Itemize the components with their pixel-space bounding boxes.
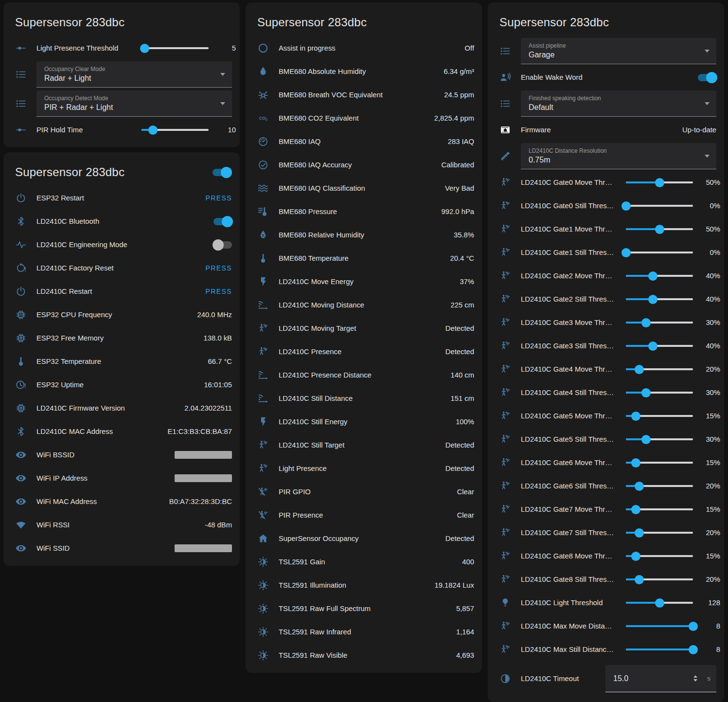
slider-value: 40% <box>693 295 720 303</box>
row-ld2410c-moving-distance: LD2410C Moving Distance225 cm <box>246 293 482 317</box>
select-assist-pipeline[interactable]: Assist pipelineGarage <box>521 38 716 64</box>
slider-value: 5 <box>209 44 236 52</box>
slider-ld2410c-gate4-still-thres[interactable] <box>626 392 693 394</box>
slider-knob[interactable] <box>635 575 644 584</box>
slider-knob[interactable] <box>631 505 640 514</box>
slider-ld2410c-gate8-still-thres[interactable] <box>626 578 693 580</box>
number-value: 15.0 <box>613 674 628 683</box>
row-value: Detected <box>445 441 474 449</box>
slider-ld2410c-max-move-dista[interactable] <box>626 625 693 627</box>
row-label: LD2410C Still Energy <box>279 418 456 426</box>
motion-sensor-icon <box>499 504 511 515</box>
slider-knob[interactable] <box>631 412 640 421</box>
row-pir-presence: PIR PresenceClear <box>246 504 482 527</box>
slider-knob[interactable] <box>621 201 631 211</box>
row-value: 225 cm <box>450 301 474 309</box>
motion-sensor-icon <box>499 363 511 375</box>
select-value: 0.75m <box>529 156 607 164</box>
slider-ld2410c-gate5-move-thr[interactable] <box>626 415 693 417</box>
row-ld2410c-mac-address: LD2410C MAC AddressE1:C3:B3:CB:BA:87 <box>3 420 240 443</box>
toggle-ld2410c-engineering-mode[interactable] <box>213 241 232 249</box>
slider-knob[interactable] <box>621 248 631 257</box>
signal-distance-icon <box>257 369 269 381</box>
motion-sensor-icon <box>499 340 511 352</box>
row-label: LD2410C MAC Address <box>36 428 168 435</box>
press-button[interactable]: PRESS <box>206 194 232 202</box>
row-ld2410c-gate5-move-thr: LD2410C Gate5 Move Thr…15% <box>488 404 724 428</box>
press-button[interactable]: PRESS <box>206 288 232 295</box>
row-value: Clear <box>457 488 474 496</box>
slider-pir-hold-time[interactable] <box>142 129 209 131</box>
slider-ld2410c-gate5-still-thres[interactable] <box>626 438 693 440</box>
row-label: ESP32 CPU Frequency <box>36 311 197 319</box>
slider-knob[interactable] <box>635 365 644 374</box>
slider-knob[interactable] <box>631 458 640 468</box>
slider-ld2410c-gate1-move-thr[interactable] <box>626 228 693 230</box>
slider-ld2410c-gate3-still-thres[interactable] <box>626 345 693 347</box>
motion-sensor-icon <box>499 480 511 492</box>
svg-text:CO: CO <box>259 116 266 121</box>
slider-ld2410c-gate2-move-thr[interactable] <box>626 275 693 277</box>
slider-knob[interactable] <box>655 178 664 187</box>
row-value: Off <box>465 44 474 52</box>
slider-knob[interactable] <box>148 126 158 135</box>
select-finished-speaking-detection[interactable]: Finished speaking detectionDefault <box>521 90 716 117</box>
slider-knob[interactable] <box>655 598 664 608</box>
slider-value: 30% <box>693 435 720 443</box>
toggle-enable-wake-word[interactable] <box>698 74 716 81</box>
slider-ld2410c-gate4-move-thr[interactable] <box>626 368 693 370</box>
slider-light-presence-threshold[interactable] <box>142 47 209 49</box>
slider-knob[interactable] <box>648 295 657 304</box>
firmware-chip-icon <box>499 124 511 136</box>
row-ld2410c-distance-resolution: LD2410C Distance Resolution0.75m <box>488 142 724 171</box>
slider-ld2410c-gate7-still-thres[interactable] <box>626 532 693 534</box>
slider-knob[interactable] <box>655 225 664 234</box>
slider-ld2410c-gate7-move-thr[interactable] <box>626 508 693 510</box>
slider-ld2410c-gate3-move-thr[interactable] <box>626 322 693 324</box>
select-occupancy-clear-mode[interactable]: Occupancy Clear ModeRadar + Light <box>36 61 232 88</box>
slider-ld2410c-gate8-move-thr[interactable] <box>626 555 693 557</box>
slider-knob[interactable] <box>635 482 644 491</box>
slider-knob[interactable] <box>648 271 657 281</box>
slider-ld2410c-gate0-move-thr[interactable] <box>626 181 693 183</box>
select-label: Finished speaking detection <box>529 95 601 102</box>
slider-ld2410c-gate0-still-thres[interactable] <box>626 205 693 207</box>
slider-ld2410c-gate6-still-thres[interactable] <box>626 485 693 487</box>
select-label: Assist pipeline <box>529 42 566 49</box>
slider-knob[interactable] <box>635 528 644 538</box>
slider-value: 40% <box>693 272 720 280</box>
check-circle-icon <box>257 159 269 171</box>
toggle-thumb <box>222 216 233 227</box>
eye-icon <box>15 472 27 484</box>
slider-knob[interactable] <box>641 435 651 444</box>
row-label: LD2410C Gate5 Still Thres… <box>521 435 622 443</box>
slider-knob[interactable] <box>689 645 698 654</box>
number-input-ld2410c-timeout[interactable]: 15.0s <box>605 665 716 692</box>
row-label: LD2410C Factory Reset <box>36 264 206 272</box>
slider-knob[interactable] <box>631 552 640 561</box>
slider-knob[interactable] <box>140 44 149 53</box>
card-header-toggle[interactable] <box>213 169 231 176</box>
slider-ld2410c-gate2-still-thres[interactable] <box>626 298 693 300</box>
slider-ld2410c-gate6-move-thr[interactable] <box>626 462 693 464</box>
select-occupancy-detect-mode[interactable]: Occupancy Detect ModePIR + Radar + Light <box>36 90 232 117</box>
slider-ld2410c-gate1-still-thres[interactable] <box>626 252 693 253</box>
row-label: Enable Wake Word <box>521 73 698 81</box>
slider-ld2410c-light-threshold[interactable] <box>626 602 693 604</box>
slider-knob[interactable] <box>641 388 651 397</box>
column-1: Supersensor 283dbcLight Presence Thresho… <box>3 2 240 566</box>
slider-knob[interactable] <box>689 622 698 631</box>
slider-knob[interactable] <box>641 318 651 327</box>
row-esp32-uptime: ESP32 Uptime16:01:05 <box>3 373 240 396</box>
stepper-icon[interactable] <box>692 673 699 684</box>
slider-knob[interactable] <box>648 342 657 351</box>
row-ld2410c-still-target: LD2410C Still TargetDetected <box>246 433 482 457</box>
row-label: BME680 IAQ Classification <box>279 184 445 192</box>
motion-sensor-icon <box>499 457 511 468</box>
row-label: Light Presence Threshold <box>36 44 138 52</box>
press-button[interactable]: PRESS <box>206 264 232 272</box>
row-ld2410c-gate3-move-thr: LD2410C Gate3 Move Thr…30% <box>488 311 724 334</box>
slider-ld2410c-max-still-distanc[interactable] <box>626 648 693 650</box>
select-ld2410c-distance-resolution[interactable]: LD2410C Distance Resolution0.75m <box>521 143 716 169</box>
toggle-ld2410c-bluetooth[interactable] <box>213 218 232 225</box>
